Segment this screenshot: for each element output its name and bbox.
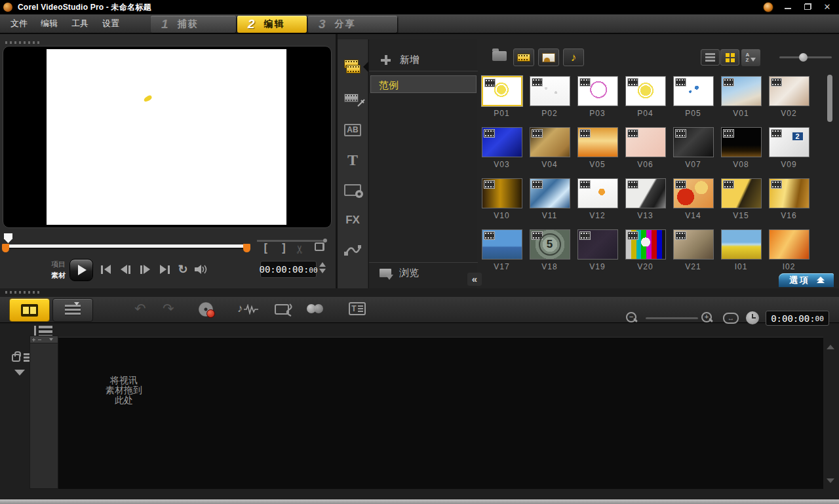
- media-thumbnail[interactable]: V14: [669, 176, 717, 227]
- thumbnail-image[interactable]: [673, 178, 714, 208]
- thumbnail-size-slider[interactable]: [779, 56, 832, 58]
- timecode-spinner[interactable]: [319, 262, 326, 273]
- media-thumbnail[interactable]: V05: [574, 125, 621, 176]
- media-thumbnail[interactable]: V12: [574, 176, 621, 227]
- thumbnail-image[interactable]: [625, 127, 666, 157]
- panel-grip[interactable]: [5, 291, 42, 294]
- filter-audio-button[interactable]: ♪: [563, 48, 584, 66]
- menu-settings[interactable]: 设置: [98, 14, 123, 33]
- sidebar-media-button[interactable]: [338, 52, 368, 81]
- timeline-zoom-slider[interactable]: [646, 317, 698, 319]
- media-thumbnail[interactable]: V13: [621, 176, 669, 227]
- list-view-button[interactable]: [701, 49, 720, 66]
- media-thumbnail[interactable]: V10: [478, 176, 526, 227]
- media-thumbnail[interactable]: I01: [717, 227, 765, 278]
- thumbnail-image[interactable]: [673, 76, 714, 106]
- ripple-edit-button[interactable]: [274, 303, 294, 320]
- media-thumbnail[interactable]: P03: [574, 73, 621, 125]
- track-header-controls[interactable]: [30, 336, 58, 343]
- volume-button[interactable]: [193, 262, 210, 277]
- clip-mode-label[interactable]: 素材: [39, 271, 66, 281]
- media-thumbnail[interactable]: P05: [669, 73, 717, 125]
- sound-mixer-button[interactable]: ♪: [237, 302, 260, 317]
- media-thumbnail[interactable]: P01: [478, 73, 526, 125]
- thumbnail-image[interactable]: [577, 127, 618, 157]
- filter-video-button[interactable]: [513, 48, 534, 66]
- import-folder-icon[interactable]: [492, 51, 507, 61]
- media-thumbnail[interactable]: 2V09: [765, 125, 813, 176]
- sidebar-graphic-button[interactable]: [338, 176, 368, 204]
- thumbnail-image[interactable]: 5: [530, 229, 570, 260]
- thumbnail-image[interactable]: [721, 178, 762, 208]
- minimize-button[interactable]: [783, 1, 793, 13]
- thumbnail-image[interactable]: [482, 127, 522, 157]
- add-gallery-button[interactable]: 新增: [369, 49, 478, 71]
- timeline-view-button[interactable]: [52, 298, 93, 322]
- storyboard-view-button[interactable]: [9, 298, 50, 322]
- close-button[interactable]: ✕: [822, 1, 832, 13]
- thumbnail-image[interactable]: [721, 76, 762, 106]
- mark-in-button[interactable]: [: [262, 242, 269, 255]
- thumbnail-image[interactable]: [482, 229, 522, 260]
- thumbnail-image[interactable]: [530, 178, 570, 208]
- media-thumbnail[interactable]: V20: [621, 227, 669, 278]
- sidebar-transition-button[interactable]: AB: [338, 115, 368, 144]
- media-thumbnail[interactable]: 5V18: [526, 227, 574, 278]
- menu-tools[interactable]: 工具: [68, 14, 92, 33]
- play-button[interactable]: [69, 259, 93, 281]
- thumbnail-image[interactable]: [625, 76, 666, 106]
- media-thumbnail[interactable]: I02: [765, 227, 813, 278]
- scrollbar-thumb[interactable]: [827, 75, 832, 122]
- scrub-bar[interactable]: [7, 244, 246, 248]
- media-thumbnail[interactable]: V19: [574, 227, 621, 278]
- media-thumbnail[interactable]: V01: [717, 73, 765, 125]
- step-tab-edit[interactable]: 2 编辑: [237, 16, 307, 33]
- media-thumbnail[interactable]: P04: [621, 73, 669, 125]
- panel-grip[interactable]: [5, 41, 42, 44]
- options-button[interactable]: 選項: [779, 273, 834, 287]
- project-mode-label[interactable]: 项目: [39, 260, 66, 269]
- step-tab-share[interactable]: 3 分享: [308, 16, 397, 33]
- media-thumbnail[interactable]: V21: [669, 227, 717, 278]
- browse-button[interactable]: 浏览: [369, 262, 478, 283]
- sidebar-filter-button[interactable]: FX: [338, 206, 368, 235]
- thumbnail-image[interactable]: [530, 127, 570, 157]
- thumbnail-image[interactable]: [673, 127, 714, 157]
- corel-guide-icon[interactable]: [763, 2, 773, 12]
- media-thumbnail[interactable]: V06: [621, 125, 669, 176]
- thumbnail-image[interactable]: [721, 229, 762, 260]
- sidebar-title-button[interactable]: T: [338, 145, 368, 174]
- thumbnail-image[interactable]: [577, 76, 618, 106]
- mark-out-button[interactable]: ]: [281, 242, 287, 255]
- timeline-scroll-down-icon[interactable]: [827, 478, 834, 483]
- video-track-canvas[interactable]: 将视讯 素材拖到 此处: [58, 337, 823, 489]
- slider-thumb[interactable]: [799, 53, 808, 62]
- trim-start-handle[interactable]: [2, 244, 9, 252]
- thumbnail-image[interactable]: [530, 76, 570, 106]
- project-duration-icon[interactable]: [746, 311, 759, 324]
- thumbnail-image[interactable]: [577, 229, 618, 260]
- library-scrollbar[interactable]: [827, 75, 832, 283]
- thumbnail-image[interactable]: 2: [769, 127, 810, 157]
- thumbnail-image[interactable]: [577, 178, 618, 208]
- fit-project-button[interactable]: ↔: [723, 313, 739, 324]
- batch-convert-icon[interactable]: [307, 304, 325, 314]
- timeline-timecode[interactable]: 0:00:00:00: [766, 311, 829, 326]
- preview-timecode[interactable]: 00:00:00:00: [260, 261, 317, 278]
- sidebar-path-button[interactable]: [338, 236, 368, 265]
- thumbnail-image[interactable]: [625, 178, 666, 208]
- video-track-header[interactable]: [29, 336, 58, 489]
- zoom-out-button[interactable]: –: [626, 312, 637, 323]
- track-manager-button[interactable]: [12, 353, 31, 364]
- redo-button[interactable]: ↷: [163, 301, 174, 317]
- media-thumbnail[interactable]: V03: [478, 125, 526, 176]
- media-thumbnail[interactable]: V17: [478, 227, 526, 278]
- sort-button[interactable]: AZ: [741, 49, 760, 66]
- thumbnail-image[interactable]: [482, 178, 522, 208]
- media-thumbnail[interactable]: V16: [765, 176, 813, 227]
- end-button[interactable]: [156, 262, 173, 277]
- enlarge-preview-icon[interactable]: [315, 242, 324, 251]
- thumbnail-image[interactable]: [482, 76, 522, 106]
- thumbnail-image[interactable]: [673, 229, 714, 260]
- menu-edit[interactable]: 编辑: [37, 14, 62, 33]
